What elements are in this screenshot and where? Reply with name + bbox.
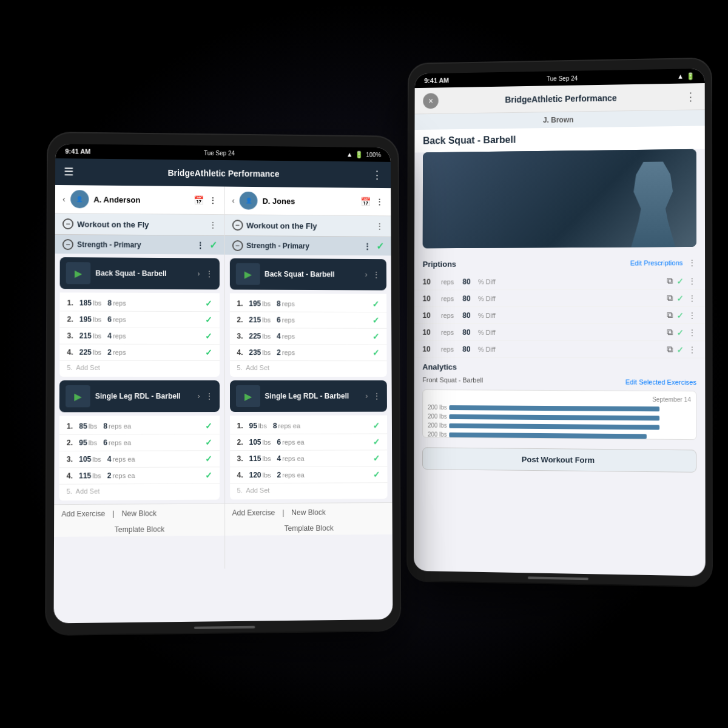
set-check-1-2[interactable]: ✓: [204, 315, 212, 325]
new-block-link-2[interactable]: New Block: [291, 508, 325, 517]
check-icon-4[interactable]: ✓: [676, 328, 684, 337]
prescriptions-dots[interactable]: ⋮: [688, 258, 696, 268]
block-check-2[interactable]: ✓: [376, 241, 384, 252]
set-check-2b-3[interactable]: ✓: [373, 453, 380, 463]
athlete-dots-2[interactable]: ⋮: [376, 197, 384, 207]
set-check-1b-1[interactable]: ✓: [372, 299, 380, 309]
workout-dots-2[interactable]: ⋮: [376, 221, 384, 231]
row-dots-5[interactable]: ⋮: [688, 345, 696, 354]
set-reps-1-4: 2: [107, 348, 112, 357]
exercise-title-2b: Single Leg RDL - Barbell: [265, 392, 360, 400]
back-dots-icon[interactable]: ⋮: [685, 90, 696, 103]
exercise-dots-2[interactable]: ⋮: [204, 391, 213, 401]
athlete-name-2: D. Jones: [263, 196, 356, 206]
calendar-icon-2[interactable]: 📅: [360, 197, 371, 206]
copy-icon-4[interactable]: ⧉: [667, 327, 673, 337]
presc-reps-2: 10: [423, 294, 438, 303]
chevron-left-icon-1[interactable]: ‹: [62, 194, 66, 204]
calendar-icon-1[interactable]: 📅: [193, 195, 203, 205]
set-num-1-1: 1.: [67, 298, 79, 307]
video-container[interactable]: ▶: [423, 149, 696, 249]
set-check-1-1[interactable]: ✓: [204, 298, 212, 308]
workout-label-1: − Workout on the Fly: [62, 218, 149, 230]
copy-icon-2[interactable]: ⧉: [667, 293, 673, 303]
set-reps-label-2-3: reps ea: [113, 455, 205, 463]
set-check-2b-4[interactable]: ✓: [373, 470, 380, 479]
edit-selected-link[interactable]: Edit Selected Exercises: [625, 379, 696, 386]
set-check-1-4[interactable]: ✓: [204, 348, 212, 357]
row-dots-3[interactable]: ⋮: [688, 310, 696, 320]
athlete-icons-2: 📅 ⋮: [360, 197, 383, 206]
set-check-1b-4[interactable]: ✓: [372, 348, 380, 357]
workout-dots-1[interactable]: ⋮: [208, 220, 217, 230]
new-block-link-1[interactable]: New Block: [122, 509, 157, 518]
presc-reps-3: 10: [423, 311, 438, 320]
set-unit-2b-2: lbs: [263, 439, 271, 446]
exercise-chevron-2b[interactable]: ›: [365, 392, 368, 400]
set-check-2-4[interactable]: ✓: [205, 470, 212, 480]
minus-circle-2[interactable]: −: [232, 220, 243, 231]
minus-circle-1[interactable]: −: [62, 218, 73, 229]
set-check-1b-3[interactable]: ✓: [372, 332, 380, 342]
set-check-1-3[interactable]: ✓: [204, 331, 212, 341]
block-minus-2[interactable]: −: [232, 240, 243, 251]
chart-label-4: 200 lbs: [428, 431, 447, 438]
set-check-2-1[interactable]: ✓: [204, 421, 212, 431]
add-set-1[interactable]: 5. Add Set: [59, 361, 219, 374]
add-set-1b[interactable]: 5. Add Set: [229, 361, 386, 374]
chevron-left-icon-2[interactable]: ‹: [232, 196, 235, 206]
block-dots-1[interactable]: ⋮: [195, 240, 204, 250]
set-check-2b-1[interactable]: ✓: [372, 421, 380, 431]
exercise-chevron-2[interactable]: ›: [197, 392, 200, 400]
set-row-1-3: 3. 215 lbs 4 reps ✓: [59, 328, 219, 345]
set-check-2-3[interactable]: ✓: [205, 454, 212, 463]
block-dots-2[interactable]: ⋮: [363, 241, 371, 251]
add-exercise-link-1[interactable]: Add Exercise: [61, 510, 105, 519]
set-row-2-3: 3. 105 lbs 4 reps ea ✓: [59, 451, 220, 468]
template-block-1[interactable]: Template Block: [54, 522, 224, 537]
set-check-1b-2[interactable]: ✓: [372, 315, 380, 325]
check-icon-5[interactable]: ✓: [676, 345, 684, 354]
set-num-1-3: 3.: [67, 331, 79, 340]
edit-prescriptions-link[interactable]: Edit Prescriptions: [630, 259, 683, 266]
row-dots-4[interactable]: ⋮: [688, 328, 696, 337]
exercise-chevron-1b[interactable]: ›: [365, 271, 368, 279]
block-check-1[interactable]: ✓: [209, 240, 217, 251]
copy-icon-1[interactable]: ⧉: [667, 275, 673, 286]
play-icon-2b: ▶: [244, 390, 251, 402]
copy-icon-5[interactable]: ⧉: [667, 344, 673, 354]
athletes-container: ‹ 👤 A. Anderson 📅 ⋮ − Workout on the Fly: [54, 185, 393, 570]
copy-icon-3[interactable]: ⧉: [667, 310, 673, 320]
back-post-workout-button[interactable]: Post Workout Form: [422, 447, 696, 473]
hamburger-icon[interactable]: ☰: [64, 165, 73, 178]
template-block-2[interactable]: Template Block: [225, 521, 393, 536]
analytics-subtitle-prefix: Fro: [422, 376, 432, 383]
block-minus-1[interactable]: −: [62, 239, 73, 250]
battery-pct-main: 100%: [366, 151, 381, 158]
add-set-2b[interactable]: 5. Add Set: [230, 483, 388, 497]
prescriptions-label: P: [423, 260, 428, 269]
avatar-initials-1: 👤: [76, 196, 83, 202]
tablet-back-screen: 9:41 AM Tue Sep 24 ▲ 🔋 × BridgeAthletic …: [414, 69, 706, 576]
exercise-dots-1[interactable]: ⋮: [204, 269, 213, 278]
add-exercise-link-2[interactable]: Add Exercise: [232, 508, 275, 517]
check-icon-2[interactable]: ✓: [676, 293, 684, 303]
close-button[interactable]: ×: [423, 93, 438, 109]
check-icon-1[interactable]: ✓: [676, 276, 684, 286]
set-unit-2-1: lbs: [89, 422, 97, 430]
set-check-2b-2[interactable]: ✓: [372, 437, 380, 447]
main-dots-icon[interactable]: ⋮: [372, 168, 383, 181]
set-unit-1-4: lbs: [93, 349, 101, 356]
exercise-dots-2b[interactable]: ⋮: [372, 391, 381, 401]
set-check-2-2[interactable]: ✓: [205, 437, 212, 447]
set-row-2b-3: 3. 115 lbs 4 reps ea ✓: [230, 450, 388, 467]
row-dots-2[interactable]: ⋮: [688, 293, 696, 303]
set-weight-2-3: 105: [79, 455, 91, 463]
athlete-dots-1[interactable]: ⋮: [208, 195, 217, 205]
add-set-2[interactable]: 5. Add Set: [59, 484, 219, 498]
exercise-chevron-1[interactable]: ›: [197, 269, 200, 278]
exercise-dots-1b[interactable]: ⋮: [372, 270, 380, 280]
check-icon-3[interactable]: ✓: [676, 310, 684, 320]
set-reps-1b-2: 6: [277, 315, 281, 324]
row-dots-1[interactable]: ⋮: [688, 276, 696, 286]
